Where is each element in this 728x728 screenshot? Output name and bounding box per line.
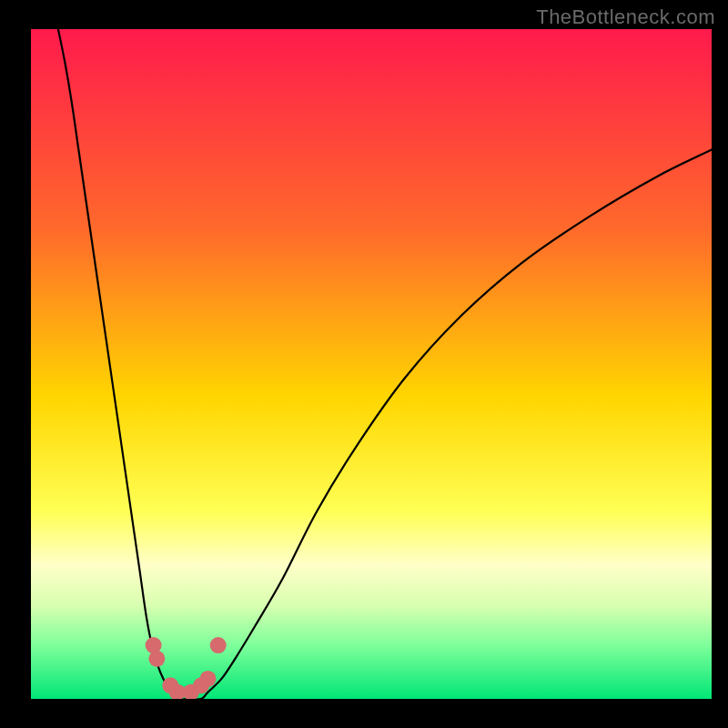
- marker-dot: [210, 637, 227, 653]
- watermark-text: TheBottleneck.com: [536, 5, 715, 29]
- chart-frame: TheBottleneck.com: [0, 0, 728, 728]
- marker-dot: [148, 651, 165, 667]
- chart-canvas: [0, 0, 728, 728]
- marker-dot: [199, 671, 216, 687]
- plot-background: [31, 29, 712, 699]
